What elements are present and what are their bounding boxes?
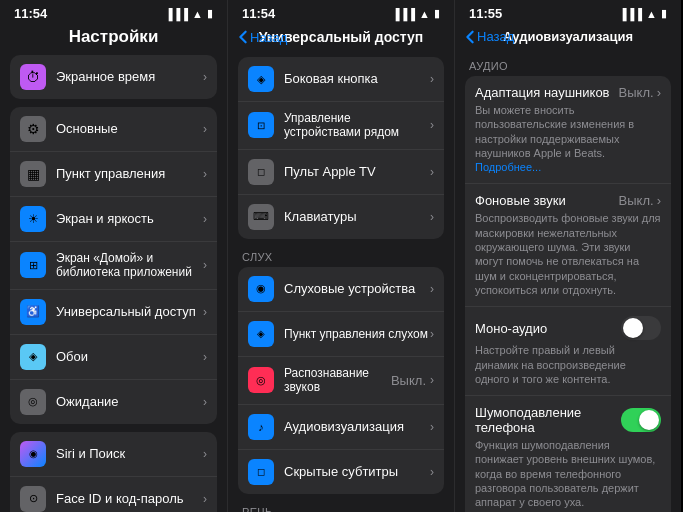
chevron-icon: › xyxy=(430,282,434,296)
list-item[interactable]: ◻ Скрытые субтитры › xyxy=(238,450,444,494)
chevron-icon: › xyxy=(430,165,434,179)
headphone-adapt-value[interactable]: Выкл. › xyxy=(619,85,661,100)
time-3: 11:55 xyxy=(469,6,502,21)
back-button-2[interactable]: Назад xyxy=(238,30,287,45)
back-chevron-icon xyxy=(465,30,475,44)
background-sounds-label: Фоновые звуки xyxy=(475,193,566,208)
list-item[interactable]: ⌨ Клавиатуры › xyxy=(238,195,444,239)
wifi-icon: ▲ xyxy=(419,8,430,20)
standby-icon: ◎ xyxy=(20,389,46,415)
list-item[interactable]: ♿ Универсальный доступ › xyxy=(10,290,217,335)
status-bar-1: 11:54 ▐▐▐ ▲ ▮ xyxy=(0,0,227,25)
panel-settings: 11:54 ▐▐▐ ▲ ▮ Настройки ⏱ Экранное время… xyxy=(0,0,227,512)
noise-cancellation-label: Шумоподавление телефона xyxy=(475,405,621,435)
page-title-3: Аудиовизуализация xyxy=(503,29,633,44)
list-item[interactable]: ⊡ Управление устройствами рядом › xyxy=(238,102,444,150)
chevron-icon: › xyxy=(203,70,207,84)
battery-icon: ▮ xyxy=(661,7,667,20)
item-label: Слуховые устройства xyxy=(284,281,430,297)
section-top: ◈ Боковая кнопка › ⊡ Управление устройст… xyxy=(228,57,454,239)
mono-audio-desc: Настройте правый и левый динамик на восп… xyxy=(475,343,661,386)
item-label: Клавиатуры xyxy=(284,209,430,225)
chevron-icon: › xyxy=(430,72,434,86)
chevron-icon: › xyxy=(203,395,207,409)
item-label: Пункт управления слухом xyxy=(284,327,430,341)
group-hearing: ◉ Слуховые устройства › ◈ Пункт управлен… xyxy=(238,267,444,494)
list-item[interactable]: ◉ Siri и Поиск › xyxy=(10,432,217,477)
screen-time-icon: ⏱ xyxy=(20,64,46,90)
section-hearing: СЛУХ ◉ Слуховые устройства › ◈ Пункт упр… xyxy=(228,241,454,494)
chevron-icon: › xyxy=(430,327,434,341)
control-center-icon: ▦ xyxy=(20,161,46,187)
accessibility-icon: ♿ xyxy=(20,299,46,325)
home-screen-icon: ⊞ xyxy=(20,252,46,278)
group-audio: Адаптация наушников Выкл. › Вы можете вн… xyxy=(465,76,671,512)
list-item[interactable]: ◉ Слуховые устройства › xyxy=(238,267,444,312)
list-item[interactable]: ⏱ Экранное время › xyxy=(10,55,217,99)
keyboards-icon: ⌨ xyxy=(248,204,274,230)
item-label: Ожидание xyxy=(56,394,203,410)
item-label: Siri и Поиск xyxy=(56,446,203,462)
section-siri: ◉ Siri и Поиск › ⊙ Face ID и код-пароль … xyxy=(0,432,227,512)
value-text: Выкл. xyxy=(619,85,654,100)
side-button-icon: ◈ xyxy=(248,66,274,92)
item-label: Экран «Домой» и библиотека приложений xyxy=(56,251,203,280)
chevron-icon: › xyxy=(203,350,207,364)
status-bar-3: 11:55 ▐▐▐ ▲ ▮ xyxy=(455,0,681,25)
time-1: 11:54 xyxy=(14,6,47,21)
list-item[interactable]: ☀ Экран и яркость › xyxy=(10,197,217,242)
time-2: 11:54 xyxy=(242,6,275,21)
group-top: ◈ Боковая кнопка › ⊡ Управление устройст… xyxy=(238,57,444,239)
headphone-adapt-item[interactable]: Адаптация наушников Выкл. › Вы можете вн… xyxy=(465,76,671,184)
audio-viz-icon: ♪ xyxy=(248,414,274,440)
list-item[interactable]: ♪ Аудиовизуализация › xyxy=(238,405,444,450)
item-label: Боковая кнопка xyxy=(284,71,430,87)
signal-icon: ▐▐▐ xyxy=(392,8,415,20)
more-link[interactable]: Подробнее... xyxy=(475,161,541,173)
panel-audio-viz: 11:55 ▐▐▐ ▲ ▮ Назад Аудиовизуализация АУ… xyxy=(454,0,681,512)
list-item[interactable]: ⚙ Основные › xyxy=(10,107,217,152)
list-item[interactable]: ◈ Обои › xyxy=(10,335,217,380)
item-label: Скрытые субтитры xyxy=(284,464,430,480)
list-item[interactable]: ◈ Пункт управления слухом › xyxy=(238,312,444,357)
mono-audio-toggle[interactable] xyxy=(621,316,661,340)
list-item[interactable]: ◈ Боковая кнопка › xyxy=(238,57,444,102)
status-icons-1: ▐▐▐ ▲ ▮ xyxy=(165,7,213,20)
item-right: › xyxy=(203,70,207,84)
scroll-area-2[interactable]: ◈ Боковая кнопка › ⊡ Управление устройст… xyxy=(228,53,454,512)
background-sounds-desc: Воспроизводить фоновые звуки для маскиро… xyxy=(475,211,661,297)
chevron-icon: › xyxy=(203,492,207,506)
item-value: Выкл. xyxy=(391,373,426,388)
background-sounds-value[interactable]: Выкл. › xyxy=(619,193,661,208)
group-siri: ◉ Siri и Поиск › ⊙ Face ID и код-пароль … xyxy=(10,432,217,512)
list-item[interactable]: ◻ Пульт Apple TV › xyxy=(238,150,444,195)
noise-cancellation-toggle[interactable] xyxy=(621,408,661,432)
background-sounds-item[interactable]: Фоновые звуки Выкл. › Воспроизводить фон… xyxy=(465,184,671,307)
status-icons-2: ▐▐▐ ▲ ▮ xyxy=(392,7,440,20)
nav-header-2: Назад Универсальный доступ xyxy=(228,25,454,53)
list-item[interactable]: ⊞ Экран «Домой» и библиотека приложений … xyxy=(10,242,217,290)
list-item[interactable]: ⊙ Face ID и код-пароль › xyxy=(10,477,217,512)
nav-header-3: Назад Аудиовизуализация xyxy=(455,25,681,52)
chevron-icon: › xyxy=(430,210,434,224)
general-icon: ⚙ xyxy=(20,116,46,142)
mono-audio-item[interactable]: Моно-аудио Настройте правый и левый дина… xyxy=(465,307,671,396)
group-main: ⚙ Основные › ▦ Пункт управления › ☀ Экра… xyxy=(10,107,217,424)
list-item[interactable]: ◎ Ожидание › xyxy=(10,380,217,424)
chevron-icon: › xyxy=(430,373,434,387)
scroll-area-1[interactable]: ⏱ Экранное время › ⚙ Основные › ▦ Пункт … xyxy=(0,55,227,512)
scroll-area-3[interactable]: АУДИО Адаптация наушников Выкл. › Вы мож… xyxy=(455,52,681,512)
nearby-devices-icon: ⊡ xyxy=(248,112,274,138)
list-item[interactable]: ◎ Распознавание звуков Выкл.› xyxy=(238,357,444,405)
back-button-3[interactable]: Назад xyxy=(465,29,514,44)
noise-cancellation-item[interactable]: Шумоподавление телефона Функция шумопода… xyxy=(465,396,671,512)
item-label: Распознавание звуков xyxy=(284,366,391,395)
list-item[interactable]: ▦ Пункт управления › xyxy=(10,152,217,197)
section-label-speech: РЕЧЬ xyxy=(228,496,454,512)
hearing-control-icon: ◈ xyxy=(248,321,274,347)
status-icons-3: ▐▐▐ ▲ ▮ xyxy=(619,7,667,20)
chevron-icon: › xyxy=(203,447,207,461)
chevron-icon: › xyxy=(203,167,207,181)
section-screen-time: ⏱ Экранное время › xyxy=(0,55,227,99)
signal-icon: ▐▐▐ xyxy=(165,8,188,20)
